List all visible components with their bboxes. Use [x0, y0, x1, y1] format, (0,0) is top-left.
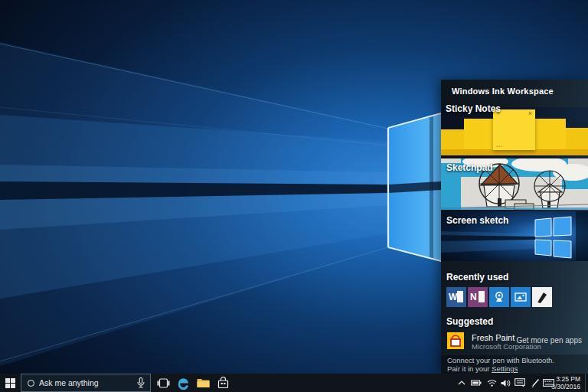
search-input[interactable]: Ask me anything [39, 378, 137, 387]
recently-used-label: Recently used [446, 272, 508, 283]
sticky-note [441, 129, 464, 152]
windows-logo-icon [5, 378, 15, 388]
sticky-note-shadow-strip [441, 149, 588, 155]
screen-sketch-preview[interactable]: Screen sketch [441, 211, 588, 261]
sticky-grip-icon: ••• [496, 144, 503, 149]
onenote-tile-icon: N [470, 292, 477, 302]
footer-line1: Connect your pen with Bluetooth. [447, 356, 588, 364]
volume-button[interactable] [498, 374, 512, 392]
fountain-pen-tile-icon [534, 289, 550, 305]
photos-app-tile[interactable] [511, 287, 531, 307]
battery-status-button[interactable] [469, 374, 483, 392]
task-view-button[interactable] [153, 374, 173, 392]
taskbar: Ask me anything [0, 374, 588, 392]
pen-pairing-footer: Connect your pen with Bluetooth. Pair it… [441, 354, 588, 374]
onenote-app-tile[interactable]: N [468, 287, 488, 307]
camera-app-tile[interactable] [489, 287, 509, 307]
word-app-tile[interactable]: W [446, 287, 466, 307]
suggested-label: Suggested [446, 316, 493, 327]
photos-tile-icon [514, 290, 528, 304]
sticky-note [464, 119, 493, 152]
clock-time: 3:25 PM [544, 375, 580, 383]
windows-ink-workspace-button[interactable] [528, 374, 542, 392]
search-box[interactable]: Ask me anything [21, 374, 151, 392]
sticky-notes-preview[interactable]: + × ••• [441, 107, 588, 158]
show-hidden-icons-button[interactable] [455, 374, 469, 392]
clock-date: 3/30/2016 [544, 383, 580, 390]
sketchpad-preview[interactable]: Sketchpad [441, 158, 588, 210]
edge-browser-button[interactable] [173, 374, 193, 392]
sticky-notes-label: Sticky Notes [446, 103, 501, 114]
recently-used-apps: W N [446, 287, 552, 308]
chevron-up-icon [458, 381, 466, 385]
file-explorer-button[interactable] [193, 374, 213, 392]
fresh-paint-icon[interactable] [447, 332, 464, 349]
footer-line2: Pair it in your Settings [447, 364, 588, 373]
camera-tile-icon [492, 290, 506, 304]
screen-sketch-label: Screen sketch [446, 215, 508, 226]
store-button[interactable] [213, 374, 233, 392]
clock[interactable]: 3:25 PM 3/30/2016 [544, 375, 580, 390]
desktop-screen: Windows Ink Workspace Sticky Notes + × •… [0, 0, 588, 392]
sketchpad-label: Sketchpad [446, 162, 493, 173]
sticky-note-front: + × ••• [493, 109, 535, 150]
windows-ink-workspace-panel: Windows Ink Workspace Sticky Notes + × •… [441, 80, 588, 374]
settings-link[interactable]: Settings [492, 364, 518, 373]
show-desktop-button[interactable] [585, 374, 588, 392]
store-icon [217, 377, 229, 389]
start-button[interactable] [0, 374, 20, 392]
panel-title: Windows Ink Workspace [441, 80, 588, 103]
volume-icon [501, 379, 511, 387]
battery-icon [471, 380, 482, 386]
cortana-circle-icon [28, 380, 34, 387]
suggested-app-name[interactable]: Fresh Paint [472, 333, 514, 342]
pen-app-tile[interactable] [532, 287, 552, 307]
sticky-note [535, 119, 566, 152]
document-page-icon [457, 291, 463, 302]
sticky-note [566, 128, 588, 152]
document-page-icon [479, 291, 485, 302]
pen-icon [531, 378, 541, 388]
edge-icon [177, 377, 190, 390]
microphone-icon[interactable] [137, 377, 145, 388]
get-more-pen-apps-link[interactable]: Get more pen apps [516, 336, 582, 345]
suggested-app-row: Fresh Paint Microsoft Corporation Get mo… [447, 332, 582, 352]
file-explorer-icon [197, 377, 210, 388]
action-center-icon [514, 378, 525, 387]
sticky-close-icon: × [528, 109, 532, 118]
task-view-icon [157, 378, 170, 388]
word-tile-icon: W [449, 292, 457, 302]
wifi-icon [487, 379, 497, 387]
network-status-button[interactable] [485, 374, 498, 392]
action-center-button[interactable] [513, 374, 527, 392]
